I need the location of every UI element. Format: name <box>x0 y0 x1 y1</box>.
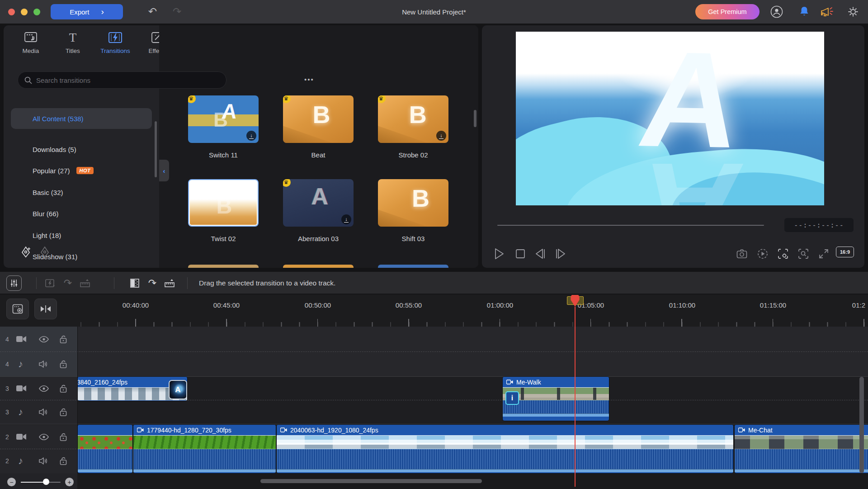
settings-gear-icon[interactable] <box>846 5 860 19</box>
chevron-left-icon: ‹ <box>163 167 165 175</box>
aspect-ratio-button[interactable]: 16:9 <box>836 247 854 257</box>
apply-transition-disabled-icon[interactable] <box>43 275 58 291</box>
clip-me-chat[interactable]: Me-Chat <box>735 425 868 473</box>
export-button[interactable]: Export › <box>51 4 123 19</box>
transition-thumb-shift-03[interactable]: B <box>378 179 448 227</box>
apply-arrow-disabled-icon[interactable]: ↷ <box>60 275 75 291</box>
window-minimize-button[interactable] <box>21 9 28 15</box>
clip-fade-strip <box>277 469 733 472</box>
transition-thumb-twist-02-selected[interactable]: B <box>188 179 259 227</box>
timeline-vertical-scrollbar[interactable] <box>859 377 864 473</box>
apply-to-timeline-icon[interactable] <box>162 275 177 291</box>
speaker-icon[interactable] <box>39 361 48 368</box>
lock-icon[interactable] <box>60 385 67 393</box>
timeline-horizontal-scrollbar[interactable] <box>260 479 482 483</box>
stop-button[interactable] <box>513 246 528 261</box>
track-header-video-3[interactable]: 3 <box>0 377 77 400</box>
export-label: Export <box>70 8 89 16</box>
clip-me-walk[interactable]: Me-Walk i <box>503 377 609 421</box>
tab-transitions[interactable]: Transitions <box>95 31 136 65</box>
fullscreen-icon[interactable] <box>816 246 831 261</box>
track-header-audio-2[interactable]: 2 ♪ <box>0 449 77 473</box>
visibility-eye-icon[interactable] <box>39 434 49 440</box>
render-preview-icon[interactable] <box>755 246 770 261</box>
clip-info-badge[interactable]: i <box>505 391 519 405</box>
ruler-ticks[interactable] <box>78 317 868 327</box>
bezier-pen-add-icon[interactable] <box>20 246 32 258</box>
track-header-video-2[interactable]: 2 <box>0 425 77 449</box>
transition-thumb-aberration-03[interactable]: A ♛ ↓ <box>283 179 354 227</box>
preview-video[interactable]: A A <box>516 32 824 205</box>
grid-scrollbar[interactable] <box>474 110 476 127</box>
previous-frame-button[interactable] <box>533 246 548 261</box>
mixer-button[interactable] <box>6 275 22 291</box>
sidebar-item-basic[interactable]: Basic (32) <box>4 183 156 201</box>
ruler-label: 01:15:00 <box>760 301 786 309</box>
visibility-eye-icon[interactable] <box>39 385 49 392</box>
megaphone-icon[interactable] <box>821 5 834 19</box>
crop-settings-icon[interactable] <box>775 246 791 261</box>
apply-arrow-icon[interactable]: ↷ <box>145 275 160 291</box>
speaker-icon[interactable] <box>39 408 48 416</box>
ruler-label: 01:10:00 <box>669 301 695 309</box>
tab-media[interactable]: Media <box>10 31 51 65</box>
transitions-grid-area <box>159 25 478 268</box>
visibility-eye-icon[interactable] <box>39 336 49 342</box>
track-header-audio-3[interactable]: 3 ♪ <box>0 400 77 424</box>
track-header-video-4[interactable]: 4 <box>0 327 77 351</box>
zoom-preview-icon[interactable] <box>796 246 811 261</box>
magnetic-timeline-button[interactable] <box>34 299 57 319</box>
lock-icon[interactable] <box>60 360 67 368</box>
search-input[interactable] <box>36 76 220 84</box>
transition-name: Switch 11 <box>188 151 259 159</box>
video-camera-icon <box>16 385 26 392</box>
lock-icon[interactable] <box>60 335 67 343</box>
zoom-slider-thumb[interactable] <box>43 479 49 485</box>
get-premium-button[interactable]: Get Premium <box>695 4 760 19</box>
redo-button[interactable]: ↷ <box>173 5 181 18</box>
speaker-icon[interactable] <box>39 457 48 465</box>
window-zoom-button[interactable] <box>33 9 40 15</box>
zoom-out-button[interactable]: − <box>7 478 16 486</box>
applied-transition-overlay[interactable]: A <box>169 380 187 399</box>
track-header-audio-4[interactable]: 4 ♪ <box>0 351 77 376</box>
clip-2040063[interactable]: 2040063-hd_1920_1080_24fps <box>277 425 733 473</box>
timeline-toolbar: ↷ ↷ Drag the selected transition to a vi… <box>0 271 868 294</box>
zoom-slider-track[interactable] <box>21 482 61 483</box>
premium-crown-icon: ♛ <box>283 95 291 103</box>
bezier-pen-icon[interactable] <box>39 246 51 258</box>
lock-icon[interactable] <box>60 457 67 465</box>
transition-thumb-beat[interactable]: B ♛ <box>283 95 354 143</box>
next-frame-button[interactable] <box>553 246 568 261</box>
sidebar-collapse-button[interactable]: ‹ <box>159 160 169 181</box>
sidebar-item-popular[interactable]: Popular (27) HOT <box>4 161 156 180</box>
sidebar-item-blur[interactable]: Blur (66) <box>4 204 156 223</box>
clip-flowers-partial[interactable] <box>78 425 132 473</box>
clip-1779440[interactable]: 1779440-hd_1280_720_30fps <box>133 425 276 473</box>
sidebar-item-downloads[interactable]: Downloads (5) <box>4 140 156 158</box>
lock-icon[interactable] <box>60 433 67 441</box>
lock-icon[interactable] <box>60 408 67 416</box>
snapshot-camera-icon[interactable] <box>734 246 750 261</box>
tab-titles[interactable]: T Titles <box>52 31 93 65</box>
window-close-button[interactable] <box>8 9 15 15</box>
playhead-line[interactable] <box>575 307 576 487</box>
partial-thumb <box>283 265 354 268</box>
bell-icon[interactable] <box>797 5 811 19</box>
zoom-in-button[interactable]: + <box>65 478 74 486</box>
manage-tracks-button[interactable] <box>6 299 29 319</box>
more-options-button[interactable]: ••• <box>300 72 318 86</box>
sidebar-item-all-content[interactable]: All Content (538) <box>4 109 156 128</box>
clip-label: 3840_2160_24fps <box>78 379 127 386</box>
account-icon[interactable] <box>770 5 783 19</box>
sidebar-item-light[interactable]: Light (18) <box>4 226 156 244</box>
preview-progress-bar[interactable] <box>497 225 764 226</box>
undo-button[interactable]: ↶ <box>148 5 157 18</box>
apply-to-timeline-disabled-icon[interactable] <box>77 275 93 291</box>
partial-thumb <box>378 265 448 268</box>
dissolve-transition-icon[interactable] <box>128 275 143 291</box>
sidebar-scrollbar[interactable] <box>155 121 157 177</box>
play-button[interactable] <box>491 246 507 261</box>
transition-thumb-strobe-02[interactable]: B ♛ ↓ <box>378 95 448 143</box>
transition-thumb-switch-11[interactable]: A B ♛ ↓ <box>188 95 259 143</box>
